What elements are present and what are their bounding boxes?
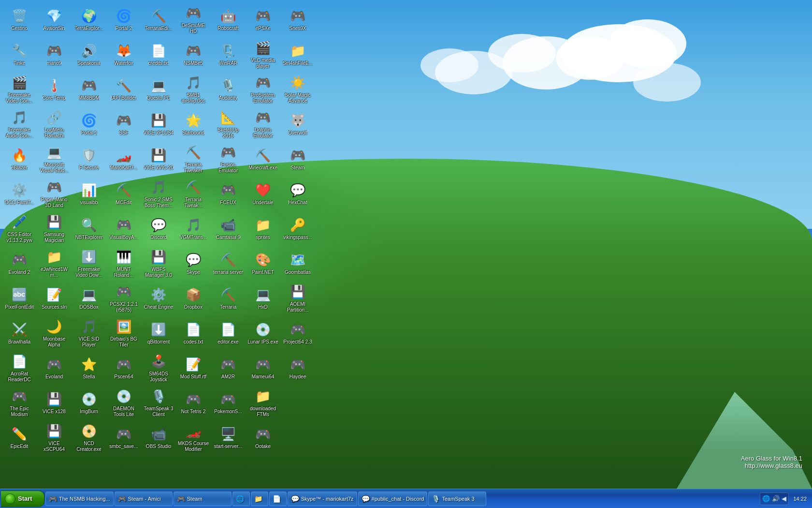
desktop-icon-mario9[interactable]: 🎮mario9 — [37, 37, 71, 71]
desktop-icon-camtasia9[interactable]: 📹Camtasia 9 — [211, 211, 245, 245]
desktop-icon-smbc[interactable]: 🎮smbc_save... — [107, 420, 141, 454]
desktop-icon-discord2[interactable]: 💬Discord — [142, 211, 175, 245]
desktop-icon-vlc[interactable]: 🎬VLC media player — [246, 37, 280, 71]
desktop-icon-prosystem[interactable]: 🎮ProSystem Emulator — [246, 72, 280, 106]
desktop-icon-ncd-creator[interactable]: 📀NCD Creator.exe — [72, 420, 106, 454]
desktop-icon-epicedit[interactable]: ✏️EpicEdit — [2, 420, 36, 454]
desktop-icon-mkds-course[interactable]: 🏎️MKDS Course Modifier — [176, 420, 210, 454]
desktop-icon-waterfox[interactable]: 🦊Waterfox — [107, 37, 141, 71]
desktop-icon-am2r[interactable]: 🎮AM2R — [211, 351, 245, 385]
desktop-icon-qbittorrent[interactable]: ⬇️qBittorrent — [142, 316, 175, 350]
desktop-icon-ootake[interactable]: 🎮Ootake — [246, 420, 280, 454]
taskbar-item-steam[interactable]: 🎮 Steam — [174, 492, 232, 506]
desktop-icon-downloaded-ftms[interactable]: 📁downloaded FTMs — [246, 386, 280, 419]
desktop-icon-undertale[interactable]: ❤️Undertale — [246, 177, 280, 210]
tray-network-icon[interactable]: 🌐 — [762, 495, 770, 502]
desktop-icon-haydee[interactable]: 🎮Haydee — [281, 351, 315, 385]
desktop-icon-wbfs-manager[interactable]: 💾WBFS Manager 3.0 — [142, 246, 175, 280]
desktop-icon-pokemonsaves[interactable]: 🎮PokemonS... — [211, 386, 245, 419]
desktop-icon-project642-3[interactable]: 🎮Project64 2.3 — [281, 316, 315, 350]
desktop-icon-pixelfontedit[interactable]: 🔤PixelFontEdit — [2, 281, 36, 315]
desktop-icon-freemake-video-con[interactable]: 🎬Freemake Video Con... — [2, 72, 36, 106]
desktop-icon-vice-sid-player[interactable]: 🎵VICE SID Player — [72, 316, 106, 350]
desktop-icon-mameui64[interactable]: 🎮Mameui64 — [246, 351, 280, 385]
desktop-icon-sprites[interactable]: 📁sprites — [246, 211, 280, 245]
desktop-icon-dropbox[interactable]: 📦Dropbox — [176, 281, 210, 315]
desktop-icon-dosbox[interactable]: 💻DOSBox — [72, 281, 106, 315]
desktop-icon-overwolf[interactable]: 🐺Overwolf — [281, 107, 315, 141]
start-button[interactable]: Start — [1, 491, 44, 507]
desktop-icon-starbound[interactable]: 🌟Starbound — [176, 107, 210, 141]
desktop-icon-epsxe[interactable]: 🎮ePSXe — [246, 2, 280, 36]
desktop-icon-mariokart7[interactable]: 🏎️MarioKart7... — [107, 142, 141, 176]
tray-volume-icon[interactable]: 🔊 — [772, 495, 780, 502]
desktop-icon-stella[interactable]: ⭐Stella — [72, 351, 106, 385]
taskbar-item-ts3[interactable]: 🎙️ TeamSpeak 3 — [428, 492, 486, 506]
desktop-icon-steam2[interactable]: 🎮Steam — [281, 142, 315, 176]
desktop-icon-paintnet[interactable]: 🎨Paint.NET — [246, 246, 280, 280]
desktop-icon-acrobat[interactable]: 📄AcroRat ReaderDC — [2, 351, 36, 385]
desktop-icon-not-tetris2[interactable]: 🎮Not Tetris 2 — [176, 386, 210, 419]
taskbar-item-nsmb[interactable]: 🎮 The NSMB Hacking... — [45, 492, 114, 506]
desktop-icon-sourcesln[interactable]: 📝Sources.sln — [37, 281, 71, 315]
taskbar-item-amici[interactable]: 🎮 Steam - Amici — [115, 492, 173, 506]
desktop-icon-vice-xscpu64[interactable]: 💾VICE xSCPU64 — [37, 420, 71, 454]
desktop-icon-aoemi-partition[interactable]: 💾AOEMI Partition... — [281, 281, 315, 315]
desktop-icon-portal2[interactable]: 🌀Portal 2 — [107, 2, 141, 36]
tray-arrow-icon[interactable]: ◀ — [782, 495, 786, 502]
desktop-icon-terraria-tweak2[interactable]: ⛏️Terraria Tweak... — [176, 177, 210, 210]
desktop-icon-logmein-hamachi[interactable]: 🔗LogMeIn Hamachi — [37, 107, 71, 141]
desktop-icon-nbtexplorer[interactable]: 🔍NBTExplorer — [72, 211, 106, 245]
desktop-icon-credits-txt[interactable]: 📄credits.txt — [142, 37, 175, 71]
desktop-icon-desmume[interactable]: 🎮DeSmuME HD — [176, 2, 210, 36]
desktop-icon-moonbase-alpha[interactable]: 🌙Moonbase Alpha — [37, 316, 71, 350]
desktop-icon-brawlhalla[interactable]: ⚔️Brawlhalla — [2, 316, 36, 350]
desktop-icon-sm64ds-joystick[interactable]: 🕹️SM64DS Joystick — [142, 351, 175, 385]
desktop-icon-fceux[interactable]: 🎮FCEUX — [211, 177, 245, 210]
desktop-icon-visualbb[interactable]: 📊visualbb — [72, 177, 106, 210]
desktop-icon-evoland[interactable]: 🎮Evoland — [37, 351, 71, 385]
desktop-icon-terraria-server[interactable]: ⛏️terraria server — [211, 246, 245, 280]
taskbar-item-explorer[interactable]: 📁 — [251, 492, 268, 506]
desktop-icon-editor-exe[interactable]: 📄editor.exe — [211, 316, 245, 350]
desktop-icon-pscen64[interactable]: 🎮Pscen64 — [107, 351, 141, 385]
desktop-icon-snes9x[interactable]: 🎮Snes9X — [281, 2, 315, 36]
desktop-icon-cheat-engine[interactable]: ⚙️Cheat Engine — [142, 281, 175, 315]
desktop-icon-freemake-video-dow[interactable]: ⬇️Freemake Video Dow... — [72, 246, 106, 280]
desktop-icon-evoland2[interactable]: 🎮Evoland 2 — [2, 246, 36, 280]
desktop-icon-mcedit[interactable]: ⛏️MCEdit — [107, 177, 141, 210]
desktop-icon-imgburn[interactable]: 💿ImgBurn — [72, 386, 106, 419]
desktop-icon-sketchup[interactable]: 📐SketchUp 2016 — [211, 107, 245, 141]
desktop-icon-vgmtrans[interactable]: 🎵VGMTrans... — [176, 211, 210, 245]
taskbar-item-discord[interactable]: 💬 #public_chat - Discord — [358, 492, 428, 506]
desktop-icon-vice-xvic20[interactable]: 💾VICE xVIC-20 — [142, 142, 175, 176]
desktop-icon-css-editor[interactable]: 🖊️CSS Editor v1.13.2.pyw — [2, 211, 36, 245]
desktop-icon-obs-studio[interactable]: 📹OBS Studio — [142, 420, 175, 454]
desktop-icon-djwnncd1wn[interactable]: 📁eJwNncd1Wm... — [37, 246, 71, 280]
desktop-icon-avalonsln[interactable]: 💎AvalonSln — [37, 2, 71, 36]
desktop-icon-audacity[interactable]: 🎙️Audacity — [211, 72, 245, 106]
desktop-icon-epic-modism[interactable]: 🎮The Epic Modism — [2, 386, 36, 419]
desktop-icon-sonic2sms[interactable]: 🎵Sonic 2 SMS Boss Them... — [142, 177, 175, 210]
desktop-icon-teamspeak3-client[interactable]: 🎙️TeamSpeak 3 Client — [142, 386, 175, 419]
desktop-icon-fsecure[interactable]: 🛡️F-Secure — [72, 142, 106, 176]
desktop-icon-core-temp[interactable]: 🌡️Core Temp — [37, 72, 71, 106]
desktop-icon-codes-txt[interactable]: 📄codes.txt — [176, 316, 210, 350]
taskbar-item-skype[interactable]: 💬 Skype™ - mariokart7z — [288, 492, 357, 506]
desktop-icon-blazer[interactable]: 🔥eBlazer — [2, 142, 36, 176]
desktop-icon-daemon-tools[interactable]: 💿DAEMON Tools Lite — [107, 386, 141, 419]
desktop-icon-terraria[interactable]: ⛏️Terraria — [211, 281, 245, 315]
desktop-icon-solar-magic[interactable]: ☀️Solar Magic Advance — [281, 72, 315, 106]
desktop-icon-vice-xplus4[interactable]: 💾VICE xPLUS4 — [142, 107, 175, 141]
desktop-icon-terraexplorer[interactable]: 🌍TerraExplor... — [72, 2, 106, 36]
desktop-icon-tinke[interactable]: 🔧Tinke — [2, 37, 36, 71]
desktop-icon-sm4shfile[interactable]: 📁Sm4shFileE... — [281, 37, 315, 71]
desktop-icon-start-server[interactable]: 🖥️start-server... — [211, 420, 245, 454]
desktop-icon-freemake-audio-con[interactable]: 🎵Freemake Audio Con... — [2, 107, 36, 141]
desktop-icon-questo-pc[interactable]: 💻Questo PC — [142, 72, 175, 106]
desktop-icon-tapi-builder[interactable]: 🔨tAPI Builder — [107, 72, 141, 106]
desktop-icon-mod-stuff[interactable]: 📝Mod Stuff.rtf — [176, 351, 210, 385]
desktop-icon-hxd[interactable]: 💻HxD — [246, 281, 280, 315]
desktop-icon-ssf[interactable]: 🎮SSF — [107, 107, 141, 141]
taskbar-item-browser[interactable]: 🌐 — [232, 492, 250, 506]
